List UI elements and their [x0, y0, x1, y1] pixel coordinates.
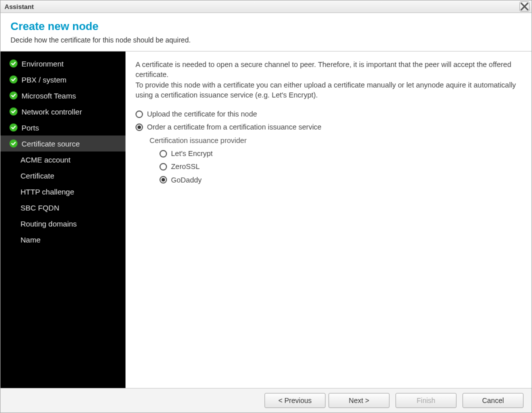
- sidebar-step[interactable]: Network controller: [0, 104, 126, 120]
- sidebar-step[interactable]: Environment: [0, 56, 126, 72]
- check-icon: [10, 140, 18, 148]
- check-icon: [10, 60, 18, 68]
- check-icon: [10, 108, 18, 116]
- option-order-row[interactable]: Order a certificate from a certification…: [136, 122, 522, 132]
- sidebar-step[interactable]: Certificate source: [0, 136, 126, 152]
- finish-button[interactable]: Finish: [396, 393, 456, 408]
- radio-provider[interactable]: [160, 150, 167, 158]
- titlebar: Assistant: [0, 0, 532, 13]
- option-upload-row[interactable]: Upload the certificate for this node: [136, 109, 522, 119]
- wizard-steps-sidebar: EnvironmentPBX / systemMicrosoft TeamsNe…: [0, 52, 126, 388]
- wizard-content: A certificate is needed to open a secure…: [126, 52, 532, 388]
- sidebar-step-label: PBX / system: [22, 76, 66, 84]
- check-icon: [10, 76, 18, 84]
- next-button[interactable]: Next >: [328, 393, 390, 408]
- wizard-body: EnvironmentPBX / systemMicrosoft TeamsNe…: [0, 52, 532, 388]
- provider-heading: Certification issuance provider: [150, 136, 522, 146]
- previous-button[interactable]: < Previous: [264, 393, 326, 408]
- close-button[interactable]: [520, 2, 530, 12]
- check-icon: [10, 92, 18, 100]
- sidebar-step[interactable]: HTTP challenge: [0, 184, 126, 200]
- check-icon: [10, 124, 18, 132]
- sidebar-step[interactable]: Ports: [0, 120, 126, 136]
- sidebar-step-label: Network controller: [22, 108, 82, 116]
- sidebar-step[interactable]: SBC FQDN: [0, 200, 126, 216]
- intro-line-2: To provide this node with a certificate …: [136, 80, 522, 100]
- sidebar-step-label: Ports: [22, 124, 39, 132]
- sidebar-step-label: Certificate: [20, 172, 54, 180]
- provider-option[interactable]: Let's Encrypt: [160, 148, 522, 158]
- sidebar-step-label: Microsoft Teams: [22, 92, 76, 100]
- option-order-label: Order a certificate from a certification…: [147, 122, 322, 132]
- provider-option[interactable]: GoDaddy: [160, 175, 522, 185]
- sidebar-step-label: Environment: [22, 60, 64, 68]
- sidebar-step[interactable]: Microsoft Teams: [0, 88, 126, 104]
- sidebar-step[interactable]: Certificate: [0, 168, 126, 184]
- radio-provider[interactable]: [160, 176, 167, 184]
- sidebar-step[interactable]: PBX / system: [0, 72, 126, 88]
- provider-option[interactable]: ZeroSSL: [160, 162, 522, 172]
- assistant-dialog: Assistant Create new node Decide how the…: [0, 0, 532, 413]
- provider-label: ZeroSSL: [171, 162, 200, 172]
- radio-provider[interactable]: [160, 163, 167, 170]
- sidebar-step[interactable]: Routing domains: [0, 216, 126, 232]
- option-upload-label: Upload the certificate for this node: [147, 109, 257, 119]
- provider-label: GoDaddy: [171, 175, 202, 185]
- wizard-footer: < Previous Next > Finish Cancel: [0, 388, 532, 412]
- sidebar-step-label: HTTP challenge: [20, 188, 74, 196]
- sidebar-step[interactable]: Name: [0, 232, 126, 248]
- sidebar-step-label: ACME account: [20, 156, 70, 164]
- radio-order[interactable]: [136, 124, 143, 131]
- window-title: Assistant: [4, 3, 34, 10]
- sidebar-step[interactable]: ACME account: [0, 152, 126, 168]
- sidebar-step-label: SBC FQDN: [20, 204, 60, 212]
- sidebar-step-label: Certificate source: [22, 140, 80, 148]
- close-icon: [520, 2, 529, 11]
- page-subtitle: Decide how the certificate for this node…: [10, 36, 522, 44]
- intro-text: A certificate is needed to open a secure…: [136, 60, 522, 100]
- sidebar-step-label: Routing domains: [20, 220, 77, 228]
- radio-upload[interactable]: [136, 110, 143, 118]
- cancel-button[interactable]: Cancel: [462, 393, 524, 408]
- provider-label: Let's Encrypt: [171, 148, 212, 158]
- intro-line-1: A certificate is needed to open a secure…: [136, 60, 522, 80]
- sidebar-step-label: Name: [20, 236, 40, 244]
- provider-options: Let's EncryptZeroSSLGoDaddy: [160, 148, 522, 185]
- provider-group: Certification issuance provider Let's En…: [150, 136, 522, 185]
- page-title: Create new node: [10, 20, 522, 33]
- wizard-header: Create new node Decide how the certifica…: [0, 13, 532, 52]
